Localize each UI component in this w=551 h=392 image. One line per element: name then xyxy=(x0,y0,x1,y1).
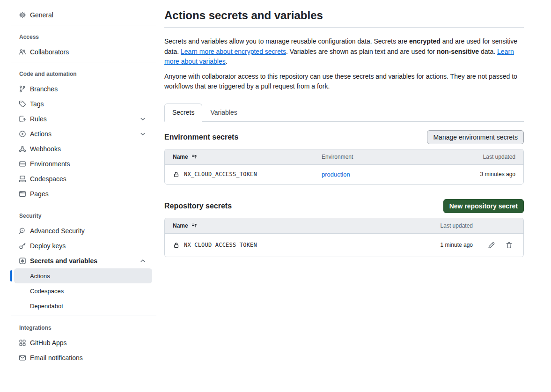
lock-icon xyxy=(173,242,180,249)
environment-secrets-header: Environment secrets Manage environment s… xyxy=(164,130,524,144)
sidebar-item-pages[interactable]: Pages xyxy=(10,186,152,201)
intro-paragraph-1: Secrets and variables allow you to manag… xyxy=(164,37,524,67)
sidebar-item-label: Codespaces xyxy=(30,288,64,295)
sidebar-item-tags[interactable]: Tags xyxy=(10,96,152,111)
sidebar-divider xyxy=(11,62,156,62)
apps-grid-icon xyxy=(19,339,26,347)
sidebar-subitem-actions[interactable]: Actions xyxy=(14,268,152,283)
rules-icon xyxy=(19,115,26,123)
sidebar-item-environments[interactable]: Environments xyxy=(10,156,152,171)
intro-text: Secrets and variables allow you to manag… xyxy=(164,37,524,92)
sidebar-item-label: Actions xyxy=(30,130,51,138)
intro-segment-bold: non-sensitive xyxy=(437,48,479,55)
table-header-row: Name Environment Last updated xyxy=(165,149,523,165)
table-row: NX_CLOUD_ACCESS_TOKEN 1 minute ago xyxy=(165,234,523,257)
sidebar-item-collaborators[interactable]: Collaborators xyxy=(10,44,152,59)
sidebar-section-integrations: Integrations xyxy=(10,320,152,335)
codescan-icon xyxy=(19,227,26,235)
chevron-down-icon xyxy=(139,115,147,123)
mail-icon xyxy=(19,354,26,362)
environment-link[interactable]: production xyxy=(322,171,350,178)
sidebar-divider xyxy=(11,316,156,316)
sidebar-item-rules[interactable]: Rules xyxy=(10,111,152,126)
sidebar-section-security: Security xyxy=(10,208,152,223)
column-header-name[interactable]: Name xyxy=(165,154,322,160)
sidebar-item-codespaces[interactable]: Codespaces xyxy=(10,171,152,186)
page-title: Actions secrets and variables xyxy=(164,7,524,28)
sidebar-item-label: Webhooks xyxy=(30,145,61,153)
secrets-variables-tabnav: Secrets Variables xyxy=(164,104,524,122)
main-content: Actions secrets and variables Secrets an… xyxy=(164,0,524,365)
intro-segment-bold: encrypted xyxy=(409,37,441,45)
sidebar-item-actions[interactable]: Actions xyxy=(10,126,152,141)
new-repository-secret-button[interactable]: New repository secret xyxy=(443,199,524,213)
tab-variables[interactable]: Variables xyxy=(202,104,245,122)
sidebar-item-label: GitHub Apps xyxy=(30,339,67,347)
sidebar-subitem-dependabot[interactable]: Dependabot xyxy=(10,298,152,313)
delete-secret-button[interactable] xyxy=(505,241,513,249)
last-updated-cell: 1 minute ago xyxy=(412,242,473,248)
table-header-row: Name Last updated xyxy=(165,218,523,234)
sidebar-item-deploy-keys[interactable]: Deploy keys xyxy=(10,238,152,253)
column-header-name[interactable]: Name xyxy=(165,222,412,229)
play-circle-icon xyxy=(19,130,26,138)
trash-icon xyxy=(505,241,513,249)
sidebar-item-label: Codespaces xyxy=(30,175,66,183)
secret-name: NX_CLOUD_ACCESS_TOKEN xyxy=(184,171,257,178)
tab-secrets[interactable]: Secrets xyxy=(164,104,202,122)
sidebar-subitem-codespaces[interactable]: Codespaces xyxy=(10,283,152,298)
column-header-last-updated: Last updated xyxy=(430,154,523,160)
webhook-icon xyxy=(19,145,26,153)
repository-secrets-header: Repository secrets New repository secret xyxy=(164,199,524,213)
key-icon xyxy=(19,242,26,250)
intro-segment: . xyxy=(226,58,228,65)
sidebar-item-github-apps[interactable]: GitHub Apps xyxy=(10,335,152,350)
gear-icon xyxy=(19,11,26,19)
sidebar-section-code-automation: Code and automation xyxy=(10,67,152,81)
pencil-icon xyxy=(487,241,495,249)
sidebar-item-label: Collaborators xyxy=(30,48,69,56)
sidebar-item-label: Branches xyxy=(30,85,58,93)
server-icon xyxy=(19,160,26,168)
sidebar-item-advanced-security[interactable]: Advanced Security xyxy=(10,223,152,238)
environment-cell: production xyxy=(322,171,430,178)
sort-ascending-icon xyxy=(191,222,198,229)
browser-icon xyxy=(19,190,26,198)
edit-secret-button[interactable] xyxy=(487,241,495,249)
intro-segment: Secrets and variables allow you to manag… xyxy=(164,37,409,45)
environment-secrets-table: Name Environment Last updated xyxy=(164,149,524,185)
column-header-label: Name xyxy=(173,154,188,160)
sidebar-divider xyxy=(11,25,156,25)
learn-more-encrypted-secrets-link[interactable]: Learn more about encrypted secrets xyxy=(181,48,286,55)
sidebar-item-label: Deploy keys xyxy=(30,242,66,250)
column-header-environment: Environment xyxy=(322,154,430,160)
secret-name: NX_CLOUD_ACCESS_TOKEN xyxy=(184,242,257,248)
sidebar-section-access: Access xyxy=(10,30,152,44)
environment-secrets-heading: Environment secrets xyxy=(164,133,238,141)
intro-segment: . Variables are shown as plain text and … xyxy=(286,48,437,55)
lock-icon xyxy=(173,171,180,178)
chevron-down-icon xyxy=(139,130,147,138)
sidebar-item-label: Pages xyxy=(30,190,49,198)
table-row: NX_CLOUD_ACCESS_TOKEN production 3 minut… xyxy=(165,165,523,184)
sidebar-item-label: Rules xyxy=(30,115,47,123)
intro-segment: data. xyxy=(479,48,497,55)
sidebar-item-label: Secrets and variables xyxy=(30,257,97,265)
sidebar-item-secrets-and-variables[interactable]: Secrets and variables xyxy=(10,253,152,268)
manage-environment-secrets-button[interactable]: Manage environment secrets xyxy=(427,130,524,144)
sidebar-item-general[interactable]: General xyxy=(10,7,152,22)
repository-secrets-table: Name Last updated xyxy=(164,218,524,257)
secret-name-cell: NX_CLOUD_ACCESS_TOKEN xyxy=(165,171,322,178)
sidebar-item-label: Actions xyxy=(30,273,50,280)
sort-ascending-icon xyxy=(191,154,198,160)
intro-paragraph-2: Anyone with collaborator access to this … xyxy=(164,72,524,92)
row-actions xyxy=(473,241,523,249)
secret-name-cell: NX_CLOUD_ACCESS_TOKEN xyxy=(165,242,412,249)
sidebar-item-branches[interactable]: Branches xyxy=(10,81,152,96)
tag-icon xyxy=(19,100,26,108)
sidebar-item-webhooks[interactable]: Webhooks xyxy=(10,141,152,156)
settings-page: General Access Collaborators Code and au… xyxy=(0,0,551,365)
sidebar-item-email-notifications[interactable]: Email notifications xyxy=(10,350,152,365)
sidebar-item-label: Environments xyxy=(30,160,70,168)
sidebar-item-label: Dependabot xyxy=(30,303,63,310)
